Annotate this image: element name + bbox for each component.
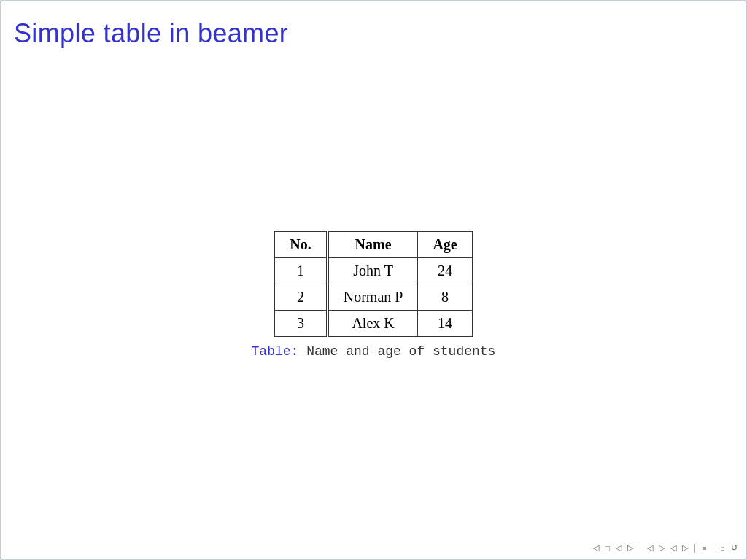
- table-header-row: No. Name Age: [275, 231, 472, 257]
- nav-circle-icon[interactable]: ○: [719, 543, 727, 553]
- table-row: 2 Norman P 8: [275, 284, 472, 310]
- table-body: 1 John T 24 2 Norman P 8 3 Alex K 14: [275, 257, 472, 336]
- caption-text: Name and age of students: [298, 344, 495, 359]
- nav-separator: [640, 544, 640, 553]
- cell-name-1: John T: [328, 257, 418, 284]
- nav-prev4-icon[interactable]: ◁: [669, 542, 678, 553]
- cell-no-3: 3: [275, 310, 328, 336]
- nav-prev2-icon[interactable]: ◁: [614, 542, 623, 553]
- nav-prev3-icon[interactable]: ◁: [646, 542, 654, 553]
- caption-label: Table:: [252, 344, 299, 359]
- cell-name-3: Alex K: [328, 310, 418, 336]
- nav-bar: ◁ □ ◁ ▷ ◁ ▷ ◁ ▷ ≡ ○ ↺: [592, 542, 739, 553]
- nav-next2-icon[interactable]: ▷: [626, 542, 635, 553]
- data-table: No. Name Age 1 John T 24 2 Norman P 8 3: [274, 231, 472, 337]
- col-header-age: Age: [418, 231, 472, 257]
- cell-no-1: 1: [275, 257, 328, 284]
- nav-prev-icon[interactable]: ◁: [592, 542, 600, 553]
- table-row: 3 Alex K 14: [275, 310, 472, 336]
- cell-age-2: 8: [418, 284, 472, 310]
- cell-name-2: Norman P: [328, 284, 418, 310]
- nav-refresh-icon[interactable]: ↺: [729, 542, 739, 553]
- col-header-name: Name: [328, 231, 418, 257]
- nav-menu-icon[interactable]: ≡: [700, 543, 708, 553]
- table-head: No. Name Age: [275, 231, 472, 257]
- slide-title: Simple table in beamer: [14, 18, 288, 49]
- cell-no-2: 2: [275, 284, 328, 310]
- nav-next3-icon[interactable]: ▷: [657, 542, 666, 553]
- table-container: No. Name Age 1 John T 24 2 Norman P 8 3: [252, 231, 496, 359]
- cell-age-3: 14: [418, 310, 472, 336]
- col-header-no: No.: [275, 231, 328, 257]
- table-row: 1 John T 24: [275, 257, 472, 284]
- slide-content: No. Name Age 1 John T 24 2 Norman P 8 3: [1, 66, 746, 523]
- nav-separator2: [694, 544, 695, 553]
- nav-separator3: [713, 544, 713, 553]
- nav-next-icon[interactable]: □: [603, 543, 611, 553]
- cell-age-1: 24: [418, 257, 472, 284]
- nav-next4-icon[interactable]: ▷: [681, 542, 689, 553]
- table-caption: Table: Name and age of students: [252, 344, 496, 359]
